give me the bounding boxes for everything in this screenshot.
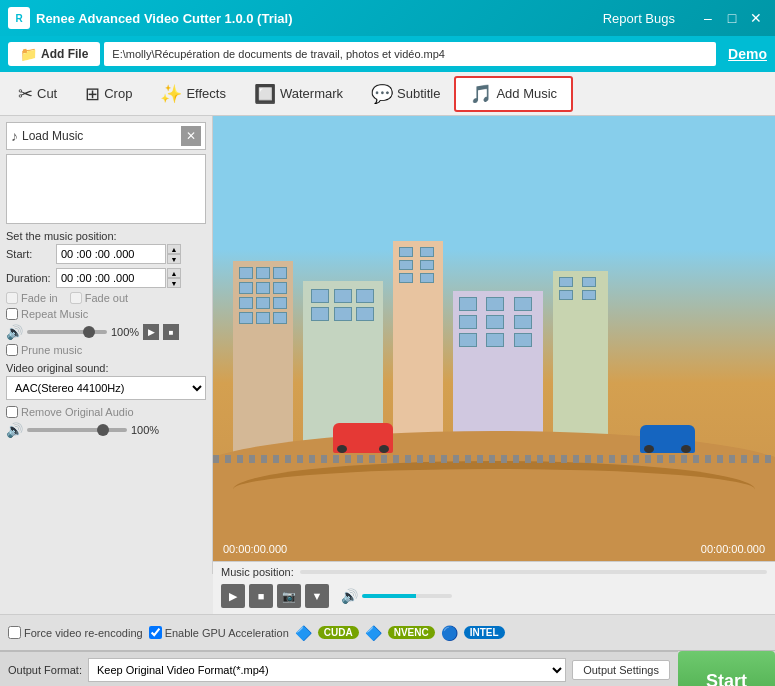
gpu-icon1: 🔷 <box>295 625 312 641</box>
cuda-badge: CUDA <box>318 626 359 639</box>
report-bugs-link[interactable]: Report Bugs <box>603 11 675 26</box>
effects-icon: ✨ <box>160 83 182 105</box>
force-reencoding-label[interactable]: Force video re-encoding <box>8 626 143 639</box>
volume-pct2: 100% <box>131 424 159 436</box>
music-pos-label: Music position: <box>221 566 294 578</box>
crop-icon: ⊞ <box>85 83 100 105</box>
watermark-icon: 🔲 <box>254 83 276 105</box>
video-area: 00:00:00.000 00:00:00.000 <box>213 116 775 561</box>
gpu-icon2: 🔷 <box>365 625 382 641</box>
enable-gpu-checkbox[interactable] <box>149 626 162 639</box>
nav-watermark-label: Watermark <box>280 86 343 101</box>
start-time-row: Start: ▲ ▼ <box>6 244 206 264</box>
load-music-close-button[interactable]: ✕ <box>181 126 201 146</box>
playback-volume-slider[interactable] <box>362 594 452 598</box>
duration-time-input[interactable] <box>56 268 166 288</box>
output-combined: Output Format: Keep Original Video Forma… <box>0 650 775 686</box>
volume-icon2: 🔊 <box>6 422 23 438</box>
remove-audio-label[interactable]: Remove Original Audio <box>6 406 134 418</box>
nav-add-music[interactable]: 🎵 Add Music <box>454 76 573 112</box>
nav-cut[interactable]: ✂ Cut <box>4 76 71 112</box>
volume-pct1: 100% <box>111 326 139 338</box>
add-music-icon: 🎵 <box>470 83 492 105</box>
volume-icon1: 🔊 <box>6 324 23 340</box>
nav-watermark[interactable]: 🔲 Watermark <box>240 76 357 112</box>
music-stop-button[interactable]: ■ <box>163 324 179 340</box>
repeat-music-label[interactable]: Repeat Music <box>6 308 88 320</box>
start-time-up[interactable]: ▲ <box>167 244 181 254</box>
duration-time-up[interactable]: ▲ <box>167 268 181 278</box>
playback-bar: Music position: ▶ ■ 📷 ▼ 🔊 <box>213 561 775 614</box>
add-file-button[interactable]: 📁 Add File <box>8 42 100 66</box>
prune-music-checkbox[interactable] <box>6 344 18 356</box>
duration-time-spinner[interactable]: ▲ ▼ <box>167 268 181 288</box>
enable-gpu-label[interactable]: Enable GPU Acceleration <box>149 626 289 639</box>
repeat-music-checkbox[interactable] <box>6 308 18 320</box>
volume-icon-pb: 🔊 <box>341 588 358 604</box>
music-position-label: Set the music position: <box>6 230 206 242</box>
music-play-button[interactable]: ▶ <box>143 324 159 340</box>
music-list-area <box>6 154 206 224</box>
fade-out-label[interactable]: Fade out <box>70 292 128 304</box>
start-time-input[interactable] <box>56 244 166 264</box>
chevron-down-button[interactable]: ▼ <box>305 584 329 608</box>
nav-cut-label: Cut <box>37 86 57 101</box>
load-music-bar: ♪ Load Music ✕ <box>6 122 206 150</box>
timestamp-right: 00:00:00.000 <box>701 543 765 555</box>
nav-subtitle[interactable]: 💬 Subtitle <box>357 76 454 112</box>
fade-out-checkbox[interactable] <box>70 292 82 304</box>
fade-in-label[interactable]: Fade in <box>6 292 58 304</box>
building1 <box>233 261 293 461</box>
road-arch-inner <box>233 461 755 561</box>
cut-icon: ✂ <box>18 83 33 105</box>
fade-row: Fade in Fade out <box>6 292 206 304</box>
start-time-spinner[interactable]: ▲ ▼ <box>167 244 181 264</box>
volume-slider2[interactable] <box>27 428 127 432</box>
volume-slider1[interactable] <box>27 330 107 334</box>
music-note-icon: ♪ <box>11 128 18 144</box>
minimize-button[interactable]: – <box>697 7 719 29</box>
encoding-bar: Force video re-encoding Enable GPU Accel… <box>0 614 775 650</box>
fade-in-checkbox[interactable] <box>6 292 18 304</box>
start-label: Start: <box>6 248 56 260</box>
prune-music-label[interactable]: Prune music <box>6 344 82 356</box>
start-time-down[interactable]: ▼ <box>167 254 181 264</box>
gpu-icon3: 🔵 <box>441 625 458 641</box>
building3 <box>393 241 443 461</box>
output-settings-button[interactable]: Output Settings <box>572 660 670 680</box>
maximize-button[interactable]: □ <box>721 7 743 29</box>
play-pause-button[interactable]: ▶ <box>221 584 245 608</box>
nav-subtitle-label: Subtitle <box>397 86 440 101</box>
volume-row2: 🔊 100% <box>6 422 206 438</box>
nav-crop-label: Crop <box>104 86 132 101</box>
title-bar: R Renee Advanced Video Cutter 1.0.0 (Tri… <box>0 0 775 36</box>
load-music-button[interactable]: Load Music <box>22 129 181 143</box>
nav-effects[interactable]: ✨ Effects <box>146 76 240 112</box>
duration-time-down[interactable]: ▼ <box>167 278 181 288</box>
nav-toolbar: ✂ Cut ⊞ Crop ✨ Effects 🔲 Watermark 💬 Sub… <box>0 72 775 116</box>
output-format-select[interactable]: Keep Original Video Format(*.mp4) <box>88 658 566 682</box>
stop-button[interactable]: ■ <box>249 584 273 608</box>
timestamp-left: 00:00:00.000 <box>223 543 287 555</box>
car2 <box>640 425 695 453</box>
remove-audio-checkbox[interactable] <box>6 406 18 418</box>
video-original-sound-label: Video original sound: <box>6 362 206 374</box>
force-reencoding-checkbox[interactable] <box>8 626 21 639</box>
demo-link[interactable]: Demo <box>728 46 767 62</box>
nav-crop[interactable]: ⊞ Crop <box>71 76 146 112</box>
nvenc-badge: NVENC <box>388 626 435 639</box>
duration-time-row: Duration: ▲ ▼ <box>6 268 206 288</box>
force-reencoding-text: Force video re-encoding <box>24 627 143 639</box>
volume-row1: 🔊 100% ▶ ■ <box>6 324 206 340</box>
main-content: ♪ Load Music ✕ Set the music position: S… <box>0 116 775 614</box>
file-path-input[interactable] <box>104 42 716 66</box>
screenshot-button[interactable]: 📷 <box>277 584 301 608</box>
duration-label: Duration: <box>6 272 56 284</box>
audio-select[interactable]: AAC(Stereo 44100Hz) <box>6 376 206 400</box>
nav-add-music-label: Add Music <box>496 86 557 101</box>
add-file-label: Add File <box>41 47 88 61</box>
close-button[interactable]: ✕ <box>745 7 767 29</box>
video-panel: 00:00:00.000 00:00:00.000 Music position… <box>213 116 775 614</box>
start-button[interactable]: Start <box>678 651 775 686</box>
nav-effects-label: Effects <box>186 86 226 101</box>
